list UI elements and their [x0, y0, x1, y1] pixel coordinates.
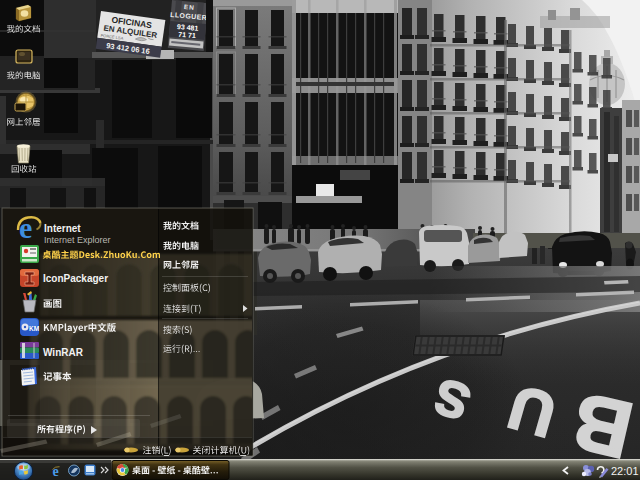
- svg-text:EN: EN: [184, 3, 196, 11]
- svg-text:Internet Explorer: Internet Explorer: [44, 235, 111, 245]
- svg-text:KM: KM: [29, 325, 39, 332]
- svg-text:IconPackager: IconPackager: [43, 273, 108, 284]
- svg-text:WinRAR: WinRAR: [43, 347, 84, 358]
- svg-text:e: e: [19, 211, 32, 244]
- svg-text:22:01: 22:01: [611, 465, 639, 477]
- svg-text:Internet: Internet: [44, 223, 81, 234]
- svg-text:e: e: [53, 464, 59, 479]
